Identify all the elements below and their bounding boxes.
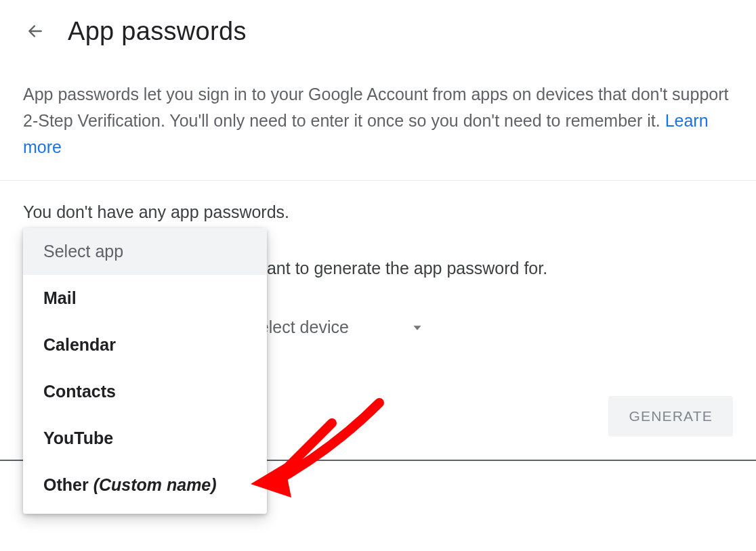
menu-option-youtube[interactable]: YouTube <box>23 415 267 462</box>
menu-option-contacts[interactable]: Contacts <box>23 368 267 415</box>
page-title: App passwords <box>68 17 247 46</box>
arrow-left-icon <box>26 22 44 43</box>
description-text: App passwords let you sign in to your Go… <box>23 85 729 130</box>
menu-header: Select app <box>23 228 267 275</box>
svg-marker-1 <box>413 326 421 330</box>
no-passwords-text: You don't have any app passwords. <box>23 202 733 222</box>
menu-option-calendar[interactable]: Calendar <box>23 322 267 368</box>
chevron-down-icon <box>410 320 425 335</box>
generate-button[interactable]: GENERATE <box>608 396 733 437</box>
menu-option-other[interactable]: Other (Custom name) <box>23 462 267 508</box>
menu-option-mail[interactable]: Mail <box>23 275 267 322</box>
select-app-menu: Select app Mail Calendar Contacts YouTub… <box>23 228 267 514</box>
select-device-dropdown[interactable]: Select device <box>248 317 425 338</box>
description-block: App passwords let you sign in to your Go… <box>0 62 756 180</box>
back-button[interactable] <box>22 19 49 46</box>
